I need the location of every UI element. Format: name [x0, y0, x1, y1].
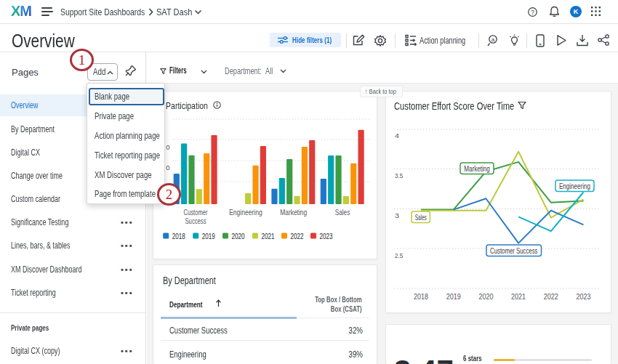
svg-text:2023: 2023: [577, 293, 591, 301]
svg-text:Engineering: Engineering: [559, 182, 590, 190]
svg-text:Marketing: Marketing: [464, 164, 490, 173]
svg-text:3: 3: [395, 211, 399, 219]
svg-text:2021: 2021: [262, 232, 275, 240]
svg-text:?: ?: [531, 9, 534, 16]
svg-text:2019: 2019: [446, 293, 461, 301]
svg-text:Success: Success: [185, 217, 206, 225]
svg-text:3.5: 3.5: [395, 171, 403, 179]
svg-text:Engineering: Engineering: [229, 208, 262, 217]
svg-text:2021: 2021: [511, 293, 526, 301]
svg-text:2020: 2020: [232, 232, 245, 240]
svg-text:a: a: [491, 36, 495, 43]
svg-text:2023: 2023: [320, 232, 333, 240]
svg-text:2019: 2019: [202, 232, 215, 240]
svg-text:Sales: Sales: [335, 208, 350, 217]
svg-text:2020: 2020: [478, 293, 493, 301]
svg-text:Sales: Sales: [415, 213, 427, 222]
svg-text:2022: 2022: [544, 293, 558, 301]
svg-text:2.5: 2.5: [395, 251, 403, 259]
svg-text:Customer: Customer: [184, 208, 208, 217]
svg-text:Marketing: Marketing: [280, 208, 307, 217]
svg-text:2018: 2018: [414, 293, 428, 301]
svg-text:2022: 2022: [291, 232, 304, 240]
svg-text:Customer Success: Customer Success: [490, 246, 538, 255]
svg-text:2018: 2018: [172, 232, 185, 240]
svg-text:4: 4: [395, 132, 399, 139]
